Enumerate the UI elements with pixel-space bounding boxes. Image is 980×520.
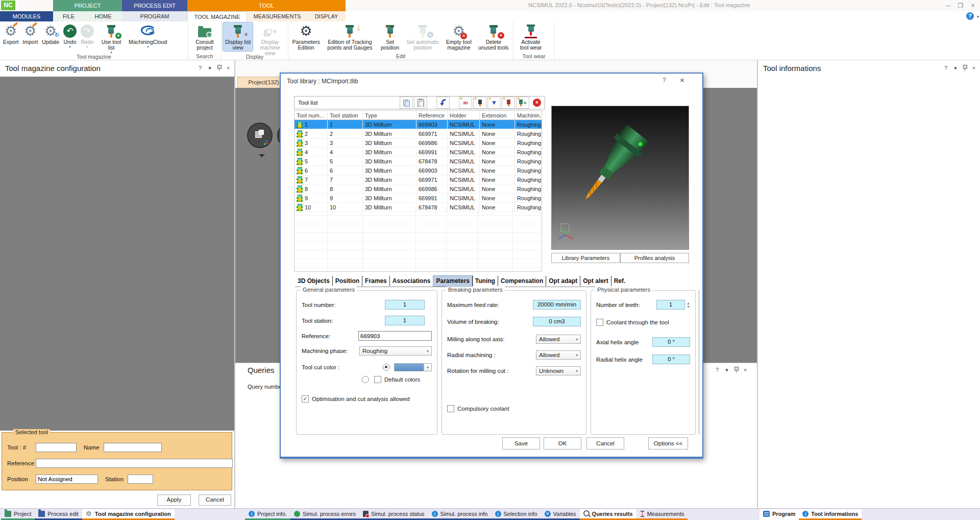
options-button[interactable]: Options <<	[648, 437, 688, 450]
empty-tool-magazine-button[interactable]: ⚙× Empty tool magazine	[443, 22, 474, 51]
dialog-tab[interactable]: Opt adapt	[546, 276, 580, 286]
machining-phase-select[interactable]: Roughing▾	[359, 346, 432, 356]
cancel-button[interactable]: Cancel	[199, 494, 231, 506]
delete-unused-tools-button[interactable]: × Delete unused tools	[476, 22, 511, 51]
close-icon[interactable]: ×	[971, 65, 977, 71]
help-icon[interactable]: ?	[966, 12, 974, 20]
dialog-tab[interactable]: Opt alert	[580, 276, 611, 286]
statusbar-tab[interactable]: Process edit	[35, 509, 82, 520]
pin-icon[interactable]	[216, 64, 222, 71]
export-button[interactable]: ⚙ Export	[2, 22, 20, 45]
close-button[interactable]: ×	[968, 2, 978, 10]
milling-along-tool-axis-select[interactable]: Allowed▾	[536, 335, 581, 344]
table-row[interactable]: 4 4 3D Millturn 669991 NCSIMUL None Roug…	[295, 148, 542, 157]
statusbar-tab[interactable]: Selection info	[492, 509, 541, 520]
help-icon[interactable]: ?	[714, 367, 720, 373]
dialog-close-icon[interactable]: ×	[680, 76, 684, 84]
dialog-cancel-button[interactable]: Cancel	[586, 437, 624, 450]
dialog-tab[interactable]: Ref.	[611, 276, 628, 286]
compulsory-coolant-checkbox[interactable]	[447, 405, 454, 412]
new-holder-button[interactable]	[502, 97, 515, 109]
use-tool-list-button[interactable]: + Use tool list▾	[96, 22, 126, 55]
pin-icon[interactable]	[733, 366, 739, 373]
rotation-for-milling-cut-select[interactable]: Unknown▾	[536, 366, 581, 375]
help-icon[interactable]: ?	[943, 65, 949, 71]
statusbar-tab[interactable]: Measurements	[636, 509, 688, 520]
update-button[interactable]: ⚙↻ Update	[40, 22, 61, 45]
dialog-tab[interactable]: Frames	[362, 276, 390, 286]
apply-button[interactable]: Apply	[157, 494, 191, 506]
optimisation-checkbox[interactable]: ✓	[302, 395, 309, 403]
copy-button[interactable]	[400, 97, 413, 109]
new-assembly-button[interactable]: +	[516, 97, 529, 109]
selected-tool-station-input[interactable]	[128, 475, 153, 484]
ok-button[interactable]: OK	[544, 437, 581, 450]
table-row[interactable]: 1 1 3D Millturn 669903 NCSIMUL None Roug…	[295, 120, 542, 129]
parameters-edition-button[interactable]: ⚙ Parameters Edition	[290, 22, 322, 51]
dialog-tab[interactable]: Parameters	[433, 276, 472, 286]
color-swatch[interactable]	[394, 363, 424, 371]
selected-tool-name-input[interactable]	[104, 443, 162, 452]
statusbar-tab[interactable]: Tool magazine configuration	[82, 509, 175, 520]
statusbar-tab[interactable]: Program	[760, 509, 799, 520]
save-button[interactable]: Save	[502, 437, 540, 450]
statusbar-tab[interactable]: Queries results	[580, 509, 636, 520]
table-row[interactable]: 3 3 3D Millturn 669986 NCSIMUL None Roug…	[295, 138, 542, 148]
reference-input[interactable]	[358, 331, 432, 341]
view-orientation-button[interactable]	[247, 123, 273, 148]
chevron-down-icon[interactable]: ▾	[952, 65, 959, 71]
dialog-tab[interactable]: Compensation	[498, 276, 546, 286]
table-column-header[interactable]: Machinin...	[515, 111, 543, 120]
table-row[interactable]: 8 8 3D Millturn 669986 NCSIMUL None Roug…	[295, 184, 542, 194]
tab-tool-magazine[interactable]: TOOL MAGAZINE	[187, 11, 247, 21]
help-icon[interactable]: ?	[197, 65, 203, 71]
profiles-analysis-button[interactable]: Profiles analysis	[620, 253, 689, 263]
new-tool-button[interactable]	[473, 97, 486, 109]
tool-3d-preview[interactable]	[551, 106, 689, 250]
table-row[interactable]: 6 6 3D Millturn 669903 NCSIMUL None Roug…	[295, 166, 542, 175]
table-column-header[interactable]: Type	[363, 111, 416, 120]
tab-display[interactable]: DISPLAY	[307, 11, 346, 21]
dialog-help-icon[interactable]: ?	[663, 77, 666, 84]
edition-tracking-points-button[interactable]: ↓ Edition of Tracking points and Gauges	[323, 22, 376, 51]
tab-file[interactable]: FILE	[53, 11, 84, 21]
undo-button[interactable]: ↶ Undo▾	[62, 22, 78, 50]
close-icon[interactable]: ×	[742, 367, 748, 373]
activate-tool-wear-button[interactable]: Activate tool wear	[515, 22, 547, 51]
table-column-header[interactable]: Reference	[416, 111, 448, 120]
maximize-button[interactable]: ❐	[955, 2, 966, 10]
default-colors-radio[interactable]	[362, 376, 369, 383]
tab-modules[interactable]: MODULES	[0, 11, 53, 21]
table-column-header[interactable]: Tool station	[328, 111, 363, 120]
radial-machining-select[interactable]: Allowed▾	[536, 350, 581, 360]
tab-home[interactable]: HOME	[84, 11, 122, 21]
selected-tool-reference-input[interactable]	[36, 459, 233, 468]
dialog-tab[interactable]: Position	[333, 276, 362, 286]
new-import-button[interactable]: ▼	[487, 97, 501, 109]
set-position-button[interactable]: → Set position	[378, 22, 403, 51]
library-parameters-button[interactable]: Library Parameters	[551, 253, 620, 263]
chevron-down-icon[interactable]: ▾	[724, 367, 730, 373]
close-icon[interactable]: ×	[225, 65, 231, 71]
statusbar-tab[interactable]: Project	[1, 509, 35, 520]
import-tool-button[interactable]	[436, 97, 450, 109]
dialog-tab[interactable]: Associations	[390, 276, 434, 286]
color-dropdown-button[interactable]: ▾	[424, 363, 432, 371]
tab-measurements[interactable]: MEASUREMENTS	[247, 11, 307, 21]
dialog-tab[interactable]: 3D Objects	[295, 276, 333, 286]
chevron-down-icon[interactable]: ▾	[207, 65, 213, 71]
table-column-header[interactable]: Tool num...	[295, 111, 328, 120]
statusbar-tab[interactable]: Simul. process status	[359, 509, 428, 520]
display-list-view-button[interactable]: ≡ Display list view	[223, 22, 253, 51]
statusbar-tab[interactable]: Variables	[541, 509, 580, 520]
dialog-tab[interactable]: Tuning	[473, 276, 498, 286]
table-row[interactable]: 7 7 3D Millturn 669971 NCSIMUL None Roug…	[295, 175, 542, 184]
statusbar-tab[interactable]: Project info.	[245, 509, 290, 520]
import-button[interactable]: ⚙ Import	[21, 22, 39, 45]
statusbar-tab[interactable]: Simul. process errors	[290, 509, 359, 520]
spinner-stepper[interactable]: ▲▼	[687, 301, 690, 309]
tool-list-selector[interactable]: Tool list	[295, 100, 400, 106]
default-colors-checkbox[interactable]	[374, 376, 381, 383]
delete-tool-button[interactable]: ×	[530, 97, 544, 109]
pin-icon[interactable]	[962, 64, 967, 71]
